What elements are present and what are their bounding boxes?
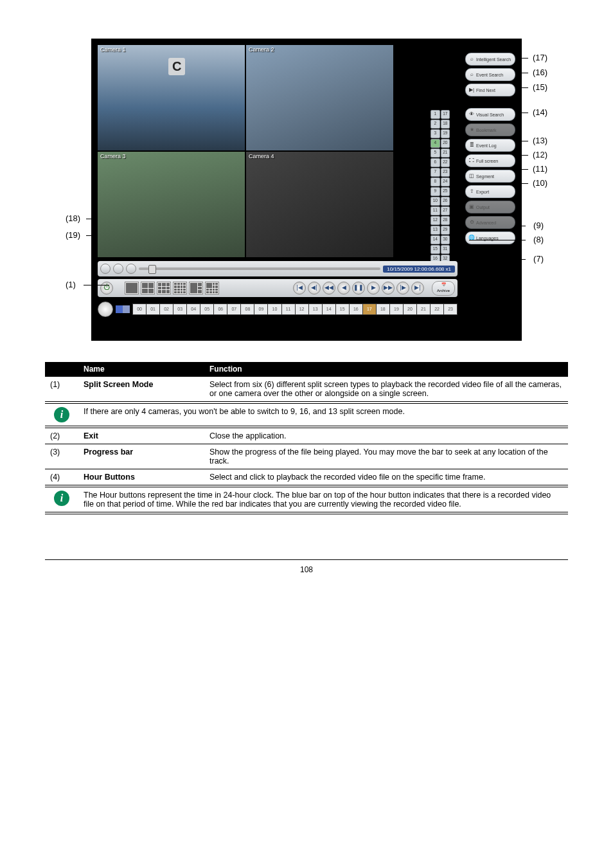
split-9-button[interactable] (157, 282, 171, 294)
hour-button-12[interactable]: 12 (296, 304, 308, 314)
intelligent-search-button[interactable]: ⌕Intelligent Search (465, 53, 515, 66)
callout-1: (1) (66, 280, 76, 289)
deinterlace-icon[interactable] (126, 264, 136, 274)
camera-select-25[interactable]: 25 (441, 187, 450, 196)
camera-select-3[interactable]: 3 (431, 129, 440, 138)
audio-icon[interactable] (100, 264, 111, 274)
play-button[interactable]: ▶ (367, 282, 380, 294)
hour-button-00[interactable]: 00 (133, 304, 146, 314)
camera-select-30[interactable]: 30 (441, 235, 450, 244)
camera-select-6[interactable]: 6 (431, 158, 440, 167)
camera-select-14[interactable]: 14 (431, 235, 440, 244)
split-1-button[interactable] (125, 282, 139, 294)
hour-button-17[interactable]: 17 (363, 304, 376, 314)
camera-select-27[interactable]: 27 (441, 206, 450, 215)
bookmark-button[interactable]: ★Bookmark (465, 123, 515, 136)
camera-select-4[interactable]: 4 (431, 139, 440, 148)
timeline-row: 0001020304050607080910111213141516171819… (98, 300, 458, 319)
hour-button-20[interactable]: 20 (404, 304, 416, 314)
camera-select-17[interactable]: 17 (441, 110, 450, 119)
camera-select-10[interactable]: 10 (431, 197, 440, 206)
advanced-button[interactable]: ⚙Advanced (465, 216, 515, 229)
camera-select-20[interactable]: 20 (441, 139, 450, 148)
event-search-button[interactable]: ⌕Event Search (465, 68, 515, 81)
hour-button-09[interactable]: 09 (254, 304, 267, 314)
camera-select-13[interactable]: 13 (431, 226, 440, 235)
callout-13: (13) (533, 136, 547, 145)
visual-search-button[interactable]: 👁Visual Search (465, 108, 515, 121)
camera-select-23[interactable]: 23 (441, 168, 450, 177)
hour-button-10[interactable]: 10 (268, 304, 281, 314)
camera-select-22[interactable]: 22 (441, 158, 450, 167)
camera-tile-3[interactable]: Camera 3 (98, 152, 245, 257)
hour-button-19[interactable]: 19 (390, 304, 403, 314)
camera-select-18[interactable]: 18 (441, 120, 450, 129)
output-button[interactable]: ▣Output (465, 201, 515, 213)
segment-button[interactable]: ◫Segment (465, 170, 515, 183)
camera-select-19[interactable]: 19 (441, 129, 450, 138)
fast-forward-button[interactable]: ▶▶ (382, 282, 395, 294)
camera-select-28[interactable]: 28 (441, 216, 450, 225)
hour-button-06[interactable]: 06 (214, 304, 227, 314)
camera-tile-2[interactable]: Camera 2 (246, 45, 393, 150)
hour-button-23[interactable]: 23 (444, 304, 457, 314)
hour-button-07[interactable]: 07 (227, 304, 240, 314)
archive-button[interactable]: 📅 Archive (432, 281, 455, 296)
camera-select-24[interactable]: 24 (441, 177, 450, 186)
split-4-button[interactable] (141, 282, 155, 294)
hour-button-18[interactable]: 18 (377, 304, 389, 314)
play-reverse-button[interactable]: ◀ (337, 282, 350, 294)
step-back-button[interactable]: ◀| (308, 282, 321, 294)
rewind-button[interactable]: ◀◀ (323, 282, 335, 294)
find-next-button[interactable]: ▶|Find Next (465, 84, 515, 96)
camera-select-26[interactable]: 26 (441, 197, 450, 206)
camera-select-5[interactable]: 5 (431, 149, 440, 158)
hour-button-15[interactable]: 15 (336, 304, 349, 314)
hour-button-13[interactable]: 13 (309, 304, 322, 314)
camera-select-7[interactable]: 7 (431, 168, 440, 177)
split-8-button[interactable] (189, 282, 203, 294)
hour-button-14[interactable]: 14 (323, 304, 335, 314)
camera-select-12[interactable]: 12 (431, 216, 440, 225)
hour-button-11[interactable]: 11 (282, 304, 295, 314)
event-log-button[interactable]: ≣Event Log (465, 139, 515, 152)
camera-select-15[interactable]: 15 (431, 245, 440, 254)
camera-select-9[interactable]: 9 (431, 187, 440, 196)
camera-select-11[interactable]: 11 (431, 206, 440, 215)
timeline-mode-button[interactable] (98, 302, 113, 317)
camera-select-21[interactable]: 21 (441, 149, 450, 158)
table-row: (2)ExitClose the application. (45, 427, 568, 444)
camera-select-1[interactable]: 1 (431, 110, 440, 119)
hour-button-03[interactable]: 03 (173, 304, 186, 314)
hour-button-05[interactable]: 05 (200, 304, 213, 314)
go-start-button[interactable]: |◀ (293, 282, 306, 294)
split-13-button[interactable] (205, 282, 219, 294)
hour-button-04[interactable]: 04 (187, 304, 200, 314)
progress-row: 10/15/2009 12:00:06.608 x1 (98, 261, 458, 276)
split-16-button[interactable] (173, 282, 187, 294)
step-forward-button[interactable]: |▶ (396, 282, 409, 294)
camera-select-2[interactable]: 2 (431, 120, 440, 129)
progress-slider[interactable] (139, 267, 380, 270)
hour-button-22[interactable]: 22 (431, 304, 443, 314)
row-name: Exit (78, 427, 204, 444)
snapshot-icon[interactable] (113, 264, 123, 274)
languages-button[interactable]: 🌐Languages (465, 231, 515, 244)
export-button[interactable]: ⇪Export (465, 185, 515, 198)
camera-tile-4[interactable]: Camera 4 (246, 152, 393, 257)
hour-button-08[interactable]: 08 (241, 304, 254, 314)
camera-select-29[interactable]: 29 (441, 226, 450, 235)
camera-select-31[interactable]: 31 (441, 245, 450, 254)
hour-button-16[interactable]: 16 (350, 304, 362, 314)
full-screen-button[interactable]: ⛶Full screen (465, 154, 515, 167)
hour-button-02[interactable]: 02 (160, 304, 173, 314)
info-text: The Hour buttons represent the time in 2… (78, 486, 568, 513)
progress-thumb[interactable] (148, 265, 156, 274)
power-exit-button[interactable]: ⏻ (100, 282, 113, 294)
go-end-button[interactable]: ▶| (411, 282, 424, 294)
hour-button-21[interactable]: 21 (417, 304, 430, 314)
pause-button[interactable]: ❚❚ (352, 282, 365, 294)
camera-tile-1[interactable]: Camera 1 (98, 45, 245, 150)
hour-button-01[interactable]: 01 (147, 304, 159, 314)
camera-select-8[interactable]: 8 (431, 177, 440, 186)
